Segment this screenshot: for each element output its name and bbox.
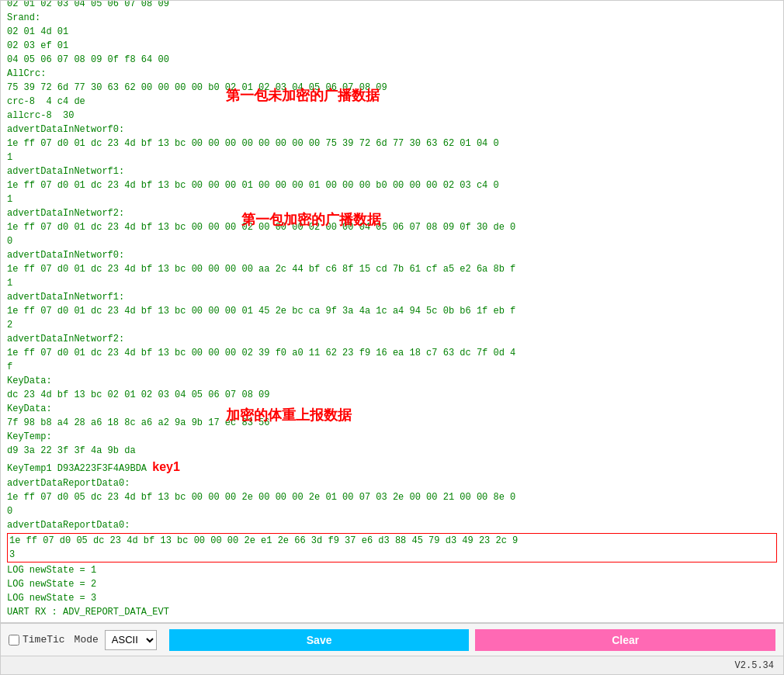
log-line: LOG newState = 3 (7, 591, 777, 605)
log-line: advertDataInNetworf2: (7, 332, 777, 346)
key1-annotation: key1 (152, 460, 180, 473)
log-line: KeyTemp: (7, 430, 777, 444)
timecheck-label: TimeTic (9, 634, 65, 646)
log-line: 02 01 02 03 04 05 06 07 08 09 (7, 1, 777, 11)
log-line: allcrc-8 30 (7, 109, 777, 123)
log-line: dc 23 4d bf 13 bc 02 01 02 03 04 05 06 0… (7, 388, 777, 402)
log-line: advertDataInNetworf0: (7, 248, 777, 262)
timecheck-checkbox[interactable] (9, 635, 19, 646)
log-line: 1e ff 07 d0 05 dc 23 4d bf 13 bc 00 00 0… (7, 533, 777, 562)
log-line: UART RX : ADV_REPORT_DATA_EVT (7, 605, 777, 619)
log-line: crc-8 4 c4 de (7, 95, 777, 109)
log-line: 1e ff 07 d0 01 dc 23 4d bf 13 bc 00 00 0… (7, 304, 777, 332)
log-line: advertDataInNetworf0: (7, 123, 777, 137)
clear-button[interactable]: Clear (475, 629, 775, 651)
log-line: 1e ff 07 d0 01 dc 23 4d bf 13 bc 00 00 0… (7, 137, 777, 164)
log-line: advertDataReportData0: (7, 518, 777, 532)
log-line: d9 3a 22 3f 3f 4a 9b da (7, 444, 777, 458)
timecheck-text: TimeTic (23, 634, 65, 646)
log-line: KeyTemp1 D93A223F3F4A9BDA key1 (7, 458, 777, 476)
log-line: advertDataInNetworf1: (7, 164, 777, 178)
log-line: 1e ff 07 d0 01 dc 23 4d bf 13 bc 00 00 0… (7, 262, 777, 290)
log-line: 02 03 ef 01 (7, 39, 777, 53)
log-line: Srand: (7, 11, 777, 25)
log-line: 1e ff 07 d0 01 dc 23 4d bf 13 bc 00 00 0… (7, 346, 777, 374)
save-button[interactable]: Save (169, 629, 470, 651)
main-container: 随机数 第一包未加密的广播数据 第一包加密的广播数据 加密的体重上报数据 ===… (0, 0, 784, 675)
version-label: V2.5.34 (735, 660, 774, 671)
log-area[interactable]: 随机数 第一包未加密的广播数据 第一包加密的广播数据 加密的体重上报数据 ===… (1, 1, 783, 623)
log-line: LOG newState = 1 (7, 563, 777, 577)
mode-label: Mode (75, 634, 99, 646)
log-line: AllCrc: (7, 67, 777, 81)
toolbar: TimeTic Mode ASCII HEX UTF-8 Save Clear (1, 623, 783, 656)
log-line: 02 01 4d 01 (7, 25, 777, 39)
log-line: advertDataReportData0: (7, 476, 777, 490)
log-line: 7f 98 b8 a4 28 a6 18 8c a6 a2 9a 9b 17 e… (7, 416, 777, 430)
status-bar: V2.5.34 (1, 656, 783, 674)
log-line: KeyData: (7, 402, 777, 416)
log-line: advertDataInNetworf1: (7, 290, 777, 304)
mode-select[interactable]: ASCII HEX UTF-8 (105, 630, 157, 650)
log-line: advertDataInNetworf2: (7, 206, 777, 220)
log-line: 1e ff 07 d0 01 dc 23 4d bf 13 bc 00 00 0… (7, 178, 777, 206)
log-line: 1e ff 07 d0 01 dc 23 4d bf 13 bc 00 00 0… (7, 220, 777, 248)
log-line: 1e ff 07 d0 05 dc 23 4d bf 13 bc 00 00 0… (7, 490, 777, 518)
log-line: KeyData: (7, 374, 777, 388)
log-line: 04 05 06 07 08 09 0f f8 64 00 (7, 53, 777, 67)
log-line: 75 39 72 6d 77 30 63 62 00 00 00 00 b0 0… (7, 81, 777, 95)
log-line: LOG newState = 2 (7, 577, 777, 591)
